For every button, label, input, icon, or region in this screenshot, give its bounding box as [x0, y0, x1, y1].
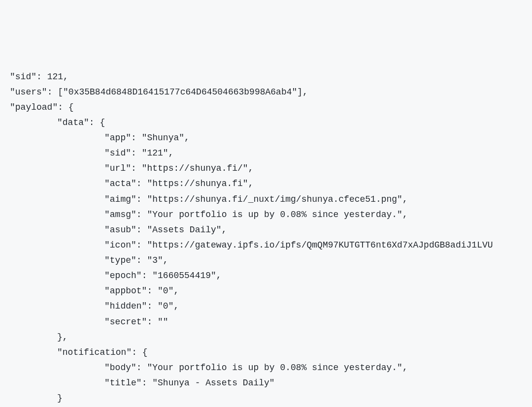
json-value: "https://shunya.fi/" — [142, 163, 248, 173]
json-value: "https://shunya.fi" — [147, 179, 248, 188]
code-line: "sid": "121", — [10, 146, 522, 161]
json-key: "secret" — [104, 317, 147, 327]
json-value: "https://shunya.fi/_nuxt/img/shunya.cfec… — [147, 194, 402, 204]
code-line: "acta": "https://shunya.fi", — [10, 176, 522, 191]
code-line: "sid": 121, — [10, 69, 522, 85]
code-line: "app": "Shunya", — [10, 130, 522, 146]
json-key: "data" — [57, 118, 89, 127]
code-line: "appbot": "0", — [10, 283, 522, 299]
json-key: "users" — [10, 87, 47, 97]
json-key: "sid" — [10, 72, 36, 82]
json-key: "sid" — [104, 148, 131, 158]
json-key: "epoch" — [104, 271, 142, 281]
json-value: "Assets Daily" — [147, 225, 221, 235]
code-line: "hidden": "0", — [10, 299, 522, 314]
json-value: 121 — [47, 72, 63, 82]
code-line: }, — [10, 330, 522, 345]
code-line: "asub": "Assets Daily", — [10, 222, 522, 238]
json-value: "Shunya" — [142, 133, 184, 143]
code-line: "aimg": "https://shunya.fi/_nuxt/img/shu… — [10, 192, 522, 207]
code-line: "type": "3", — [10, 253, 522, 268]
code-line: "icon": "https://gateway.ipfs.io/ipfs/Qm… — [10, 238, 522, 253]
code-line: "secret": "" — [10, 314, 522, 330]
code-line: "amsg": "Your portfolio is up by 0.08% s… — [10, 207, 522, 222]
code-line: "title": "Shunya - Assets Daily" — [10, 376, 522, 391]
json-value: "0" — [158, 286, 173, 296]
json-key: "app" — [104, 133, 131, 143]
json-value: "Your portfolio is up by 0.08% since yes… — [147, 210, 402, 219]
json-key: "aimg" — [104, 194, 136, 204]
code-line: "payload": { — [10, 100, 522, 115]
json-key: "title" — [104, 378, 142, 388]
code-line: "epoch": "1660554419", — [10, 268, 522, 283]
json-value: "0" — [158, 301, 173, 311]
json-key: "body" — [104, 363, 136, 373]
json-key: "notification" — [57, 347, 132, 357]
code-block: "sid": 121,"users": ["0x35B84d6848D16415… — [10, 69, 522, 407]
json-value: "3" — [147, 255, 163, 265]
json-key: "asub" — [104, 225, 136, 235]
json-value: ["0x35B84d6848D16415177c64D64504663b998A… — [58, 87, 302, 97]
code-line: "body": "Your portfolio is up by 0.08% s… — [10, 360, 522, 376]
json-value: "https://gateway.ipfs.io/ipfs/QmQM97KUTG… — [147, 240, 493, 250]
code-line: "users": ["0x35B84d6848D16415177c64D6450… — [10, 85, 522, 100]
json-value: "" — [158, 317, 168, 327]
code-line: "url": "https://shunya.fi/", — [10, 161, 522, 176]
code-line: "notification": { — [10, 345, 522, 360]
json-key: "hidden" — [104, 301, 147, 311]
json-value: "1660554419" — [152, 271, 216, 281]
json-key: "icon" — [104, 240, 136, 250]
code-line: "data": { — [10, 115, 522, 130]
code-line: } — [10, 391, 522, 406]
json-value: "121" — [142, 148, 168, 158]
json-key: "acta" — [104, 179, 136, 188]
json-key: "url" — [104, 163, 131, 173]
json-key: "amsg" — [104, 210, 136, 219]
json-key: "payload" — [10, 102, 58, 112]
json-value: "Your portfolio is up by 0.08% since yes… — [147, 363, 402, 373]
json-key: "type" — [104, 255, 136, 265]
json-value: "Shunya - Assets Daily" — [152, 378, 274, 388]
json-key: "appbot" — [104, 286, 147, 296]
